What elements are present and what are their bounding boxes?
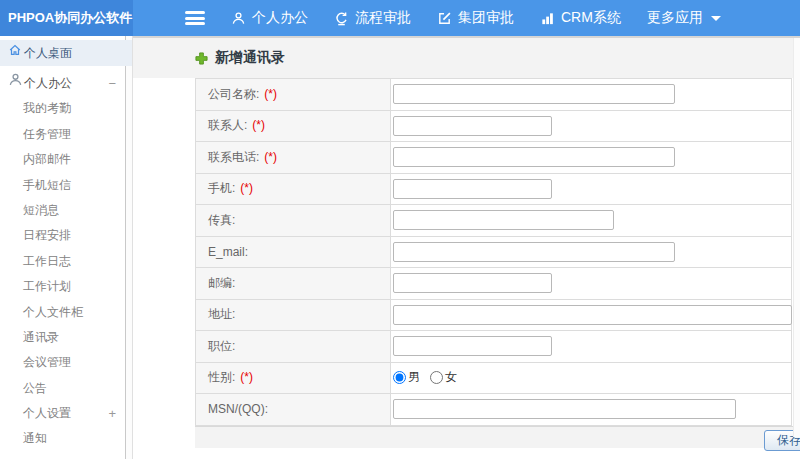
sidebar-item-内部邮件[interactable]: 内部邮件 bbox=[0, 147, 132, 172]
field-label: 地址: bbox=[196, 299, 391, 331]
sidebar-item-label: 个人桌面 bbox=[24, 46, 72, 60]
nav-item-label: 流程审批 bbox=[355, 9, 411, 27]
form-text-input[interactable] bbox=[393, 147, 675, 167]
form-text-input[interactable] bbox=[393, 242, 675, 262]
field-value-cell bbox=[391, 236, 792, 268]
sidebar-item-个人设置[interactable]: 个人设置+ bbox=[0, 401, 132, 426]
sidebar-item-个人文件柜[interactable]: 个人文件柜 bbox=[0, 300, 132, 325]
gender-option-男[interactable]: 男 bbox=[393, 369, 420, 386]
field-label: 传真: bbox=[196, 205, 391, 237]
field-value-cell bbox=[391, 331, 792, 363]
field-label-text: 传真: bbox=[208, 213, 235, 227]
field-value-cell bbox=[391, 142, 792, 174]
form-text-input[interactable] bbox=[393, 273, 552, 293]
form-text-input[interactable] bbox=[393, 116, 552, 136]
sidebar-item-label: 日程安排 bbox=[23, 228, 71, 242]
sidebar-item-label: 个人办公 bbox=[24, 76, 72, 90]
user-icon bbox=[231, 11, 246, 26]
field-label-text: 邮编: bbox=[208, 276, 235, 290]
radio-label: 女 bbox=[445, 369, 457, 386]
field-label: 联系电话:(*) bbox=[196, 142, 391, 174]
form-text-input[interactable] bbox=[393, 179, 552, 199]
form-footer: 保存 bbox=[195, 426, 800, 448]
gender-option-女[interactable]: 女 bbox=[430, 369, 457, 386]
field-label-text: 手机: bbox=[208, 181, 235, 195]
form-row: 手机:(*) bbox=[196, 173, 792, 205]
sidebar-item-我的考勤[interactable]: 我的考勤 bbox=[0, 96, 132, 121]
page-title: 新增通讯录 bbox=[215, 49, 285, 67]
required-mark: (*) bbox=[240, 181, 253, 195]
add-plus-icon bbox=[195, 52, 208, 65]
radio-label: 男 bbox=[408, 369, 420, 386]
nav-item-CRM系统[interactable]: CRM系统 bbox=[540, 9, 621, 27]
sidebar-item-label: 会议管理 bbox=[23, 355, 71, 369]
field-value-cell: 男女 bbox=[391, 362, 792, 394]
menu-icon[interactable] bbox=[185, 11, 205, 25]
field-label: 性别:(*) bbox=[196, 362, 391, 394]
field-value-cell bbox=[391, 110, 792, 142]
gender-radio[interactable] bbox=[393, 371, 406, 384]
sidebar-item-任务管理[interactable]: 任务管理 bbox=[0, 122, 132, 147]
field-label-text: 地址: bbox=[208, 307, 235, 321]
collapse-minus-icon[interactable]: − bbox=[108, 71, 116, 96]
field-label-text: 联系人: bbox=[208, 118, 247, 132]
sidebar-item-手机短信[interactable]: 手机短信 bbox=[0, 173, 132, 198]
sidebar-item-通知[interactable]: 通知 bbox=[0, 426, 132, 451]
form-text-input[interactable] bbox=[393, 84, 675, 104]
nav-item-集团审批[interactable]: 集团审批 bbox=[437, 9, 514, 27]
sidebar-item-工作日志[interactable]: 工作日志 bbox=[0, 249, 132, 274]
form-text-input[interactable] bbox=[393, 305, 792, 325]
gender-radio[interactable] bbox=[430, 371, 443, 384]
form-text-input[interactable] bbox=[393, 336, 552, 356]
required-mark: (*) bbox=[264, 150, 277, 164]
contact-form: 公司名称:(*)联系人:(*)联系电话:(*)手机:(*)传真:E_mail:邮… bbox=[195, 78, 792, 426]
nav-item-个人办公[interactable]: 个人办公 bbox=[231, 9, 308, 27]
nav-item-label: 集团审批 bbox=[458, 9, 514, 27]
form-row: 公司名称:(*) bbox=[196, 79, 792, 111]
user-icon bbox=[8, 72, 23, 87]
nav-item-流程审批[interactable]: 流程审批 bbox=[334, 9, 411, 27]
field-value-cell bbox=[391, 394, 792, 426]
sidebar-item-label: 个人文件柜 bbox=[23, 305, 83, 319]
sidebar-item-label: 内部邮件 bbox=[23, 152, 71, 166]
sidebar-item-公告[interactable]: 公告 bbox=[0, 376, 132, 401]
required-mark: (*) bbox=[252, 118, 265, 132]
form-text-input[interactable] bbox=[393, 210, 614, 230]
main-content: 新增通讯录 公司名称:(*)联系人:(*)联系电话:(*)手机:(*)传真:E_… bbox=[133, 36, 800, 459]
field-label: 手机:(*) bbox=[196, 173, 391, 205]
home-icon bbox=[8, 43, 22, 57]
sidebar-item-label: 通讯录 bbox=[23, 330, 59, 344]
form-row: 传真: bbox=[196, 205, 792, 237]
expand-plus-icon[interactable]: + bbox=[108, 401, 116, 426]
nav-item-更多应用[interactable]: 更多应用 bbox=[647, 9, 721, 27]
field-label-text: 联系电话: bbox=[208, 150, 259, 164]
top-header: PHPOA协同办公软件 个人办公流程审批集团审批CRM系统更多应用 bbox=[0, 0, 800, 36]
form-row: 职位: bbox=[196, 331, 792, 363]
field-value-cell bbox=[391, 79, 792, 111]
nav-item-label: CRM系统 bbox=[561, 9, 621, 27]
form-row: 地址: bbox=[196, 299, 792, 331]
field-value-cell bbox=[391, 173, 792, 205]
sidebar-item-个人桌面[interactable]: 个人桌面 bbox=[0, 40, 132, 66]
nav-item-label: 更多应用 bbox=[647, 9, 703, 27]
sidebar-item-label: 工作日志 bbox=[23, 254, 71, 268]
sidebar-item-通讯录[interactable]: 通讯录 bbox=[0, 325, 132, 350]
sidebar-item-短消息[interactable]: 短消息 bbox=[0, 198, 132, 223]
content-scrollbar[interactable] bbox=[793, 38, 800, 437]
form-text-input[interactable] bbox=[393, 399, 736, 419]
page-header: 新增通讯录 bbox=[133, 36, 800, 78]
sidebar-item-label: 任务管理 bbox=[23, 127, 71, 141]
sidebar-item-日程安排[interactable]: 日程安排 bbox=[0, 223, 132, 248]
sidebar-item-会议管理[interactable]: 会议管理 bbox=[0, 350, 132, 375]
sidebar-item-工作计划[interactable]: 工作计划 bbox=[0, 274, 132, 299]
field-label-text: 性别: bbox=[208, 370, 235, 384]
form-row: MSN/(QQ): bbox=[196, 394, 792, 426]
sidebar-item-label: 通知 bbox=[23, 431, 47, 445]
field-label-text: MSN/(QQ): bbox=[208, 402, 268, 416]
bar-chart-icon bbox=[540, 11, 555, 26]
field-label: 联系人:(*) bbox=[196, 110, 391, 142]
field-value-cell bbox=[391, 205, 792, 237]
field-label-text: 公司名称: bbox=[208, 87, 259, 101]
field-value-cell bbox=[391, 299, 792, 331]
sidebar-item-个人办公[interactable]: 个人办公− bbox=[0, 71, 132, 96]
